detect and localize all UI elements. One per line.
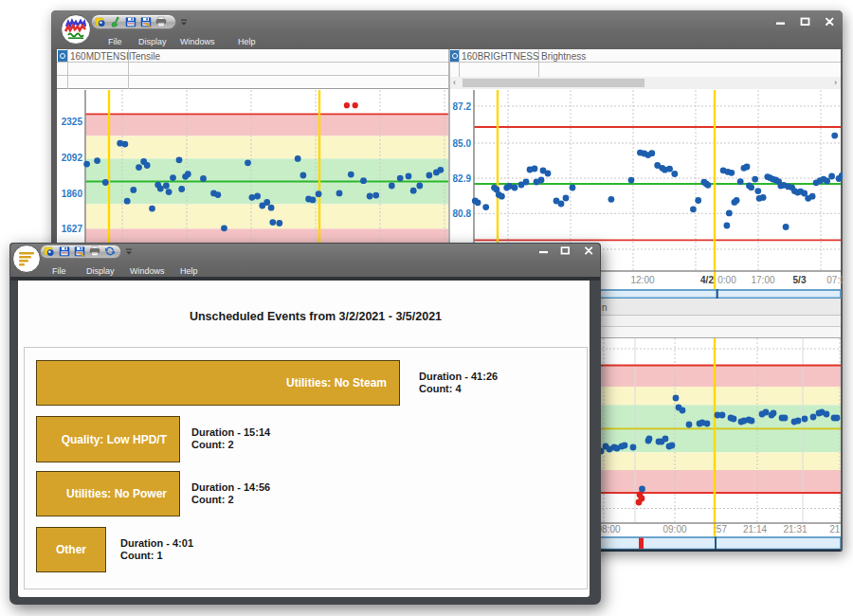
svg-text:85.0: 85.0 [453, 138, 472, 149]
svg-text:17:00: 17:00 [751, 275, 774, 285]
svg-text:5/3: 5/3 [793, 275, 807, 285]
svg-text:21:4: 21:4 [829, 524, 841, 534]
svg-text:07:0: 07:0 [826, 275, 843, 285]
svg-text:87.2: 87.2 [453, 101, 472, 112]
svg-text:2092: 2092 [62, 153, 83, 163]
svg-text:21:14: 21:14 [743, 524, 767, 534]
svg-text:4/2: 4/2 [700, 275, 714, 285]
svg-text:1860: 1860 [62, 189, 83, 199]
svg-text:2325: 2325 [62, 117, 83, 127]
svg-text:12:00: 12:00 [630, 275, 654, 285]
svg-text:1627: 1627 [62, 224, 83, 234]
svg-text:82.9: 82.9 [453, 173, 472, 184]
svg-text:21:31: 21:31 [783, 524, 807, 534]
svg-text::57: :57 [714, 524, 727, 534]
svg-text:80.8: 80.8 [453, 208, 472, 219]
svg-text:09:00: 09:00 [662, 524, 686, 534]
svg-text:0:00: 0:00 [717, 275, 736, 285]
